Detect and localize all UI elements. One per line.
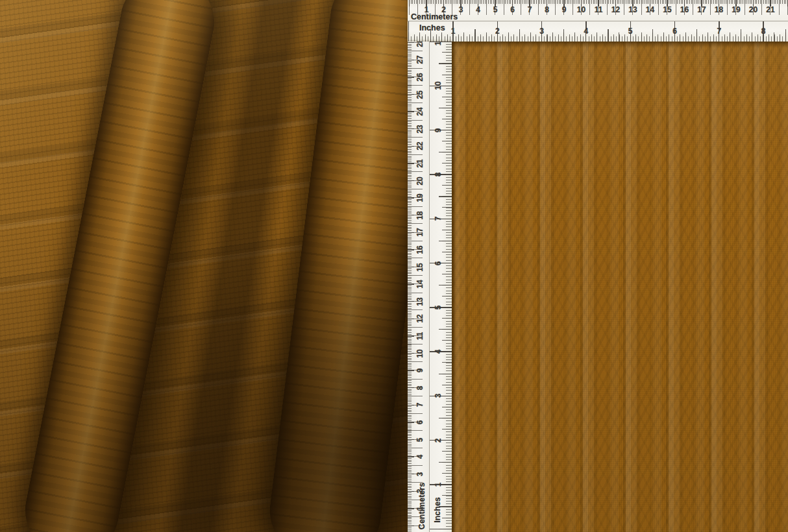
ruler-number: 5: [628, 27, 633, 36]
ruler-number: 19: [732, 5, 740, 14]
ruler-number: 2: [415, 489, 425, 494]
draped-fabric-photo: [0, 0, 408, 532]
ruler-number: 4: [584, 27, 589, 36]
ruler-number: 28: [415, 42, 425, 47]
ruler-number: 5: [434, 305, 443, 309]
inches-label-vertical: Inches: [433, 497, 442, 523]
ruler-number: 6: [672, 27, 677, 36]
ruler-number: 4: [476, 5, 480, 14]
centimeters-label: Centimeters: [411, 12, 458, 21]
ruler-number: 9: [434, 128, 443, 132]
ruler-number: 27: [415, 56, 425, 64]
ruler-number: 13: [415, 297, 425, 306]
ruler-number: 8: [434, 173, 443, 177]
ruler-number: 8: [761, 27, 766, 36]
ruler-number: 8: [545, 5, 549, 14]
ruler-number: 26: [415, 73, 425, 81]
ruler-number: 1: [425, 5, 429, 14]
ruler-number: 12: [611, 5, 620, 14]
ruler-number: 6: [434, 261, 443, 265]
ruler-number: 5: [415, 437, 425, 442]
ruler-number: 23: [415, 125, 425, 133]
ruler-number: 1: [434, 483, 443, 487]
ruler-number: 3: [459, 5, 463, 14]
ruler-number: 24: [415, 108, 425, 116]
ruler-number: 1: [451, 27, 456, 36]
horizontal-inch-scale: Inches 12345678: [408, 21, 788, 42]
ruler-number: 9: [562, 5, 567, 14]
vertical-ruler: Centimeters 2827262524232221201918171615…: [408, 42, 452, 532]
vertical-inch-scale: Inches 1110987654321: [430, 42, 452, 532]
ruler-number: 16: [680, 5, 689, 14]
ruler-number: 7: [717, 27, 721, 36]
ruler-number: 5: [493, 5, 498, 14]
ruler-number: 17: [697, 5, 706, 14]
ruler-number: 10: [415, 349, 425, 357]
horizontal-ruler: Centimeters 1234567891011121314151617181…: [408, 0, 788, 42]
ruler-number: 19: [415, 194, 425, 202]
ruler-number: 9: [415, 369, 425, 373]
ruler-number: 25: [415, 90, 425, 99]
horizontal-cm-scale: Centimeters 1234567891011121314151617181…: [408, 0, 788, 21]
flat-fabric-with-rulers: Centimeters 1234567891011121314151617181…: [408, 0, 788, 532]
vertical-cm-scale: Centimeters 2827262524232221201918171615…: [408, 42, 430, 532]
ruler-number: 2: [434, 438, 443, 442]
ruler-number: 10: [577, 5, 585, 14]
ruler-number: 16: [415, 245, 425, 254]
ruler-number: 22: [415, 142, 425, 151]
ruler-number: 15: [663, 5, 671, 14]
ruler-number: 12: [415, 315, 425, 323]
ruler-number: 3: [539, 27, 544, 36]
ruler-number: 6: [415, 420, 425, 425]
ruler-number: 11: [434, 42, 443, 45]
ruler-number: 8: [415, 385, 425, 390]
ruler-number: 7: [415, 403, 425, 407]
ruler-number: 4: [415, 455, 425, 459]
ruler-number: 14: [646, 5, 654, 14]
ruler-number: 15: [415, 263, 425, 271]
ruler-number: 20: [749, 5, 757, 14]
ruler-number: 21: [766, 5, 774, 14]
ruler-number: 7: [434, 217, 443, 221]
ruler-number: 14: [415, 280, 425, 289]
ruler-number: 3: [415, 472, 425, 476]
ruler-number: 17: [415, 228, 425, 237]
ruler-number: 20: [415, 176, 425, 185]
ruler-number: 11: [595, 5, 603, 14]
ruler-number: 4: [434, 350, 443, 354]
flat-fabric-swatch: [452, 42, 788, 532]
ruler-number: 10: [434, 82, 443, 90]
ruler-number: 11: [415, 332, 425, 341]
ruler-number: 2: [441, 5, 446, 14]
ruler-number: 18: [415, 211, 425, 219]
inches-label: Inches: [419, 23, 445, 32]
ruler-number: 2: [495, 27, 500, 36]
ruler-number: 13: [628, 5, 637, 14]
ruler-number: 6: [510, 5, 515, 14]
ruler-number: 18: [715, 5, 723, 14]
fabric-product-photo: Centimeters 1234567891011121314151617181…: [0, 0, 788, 532]
ruler-number: 7: [528, 5, 532, 14]
ruler-number: 3: [434, 394, 443, 398]
ruler-number: 1: [415, 507, 425, 511]
ruler-number: 21: [415, 159, 425, 167]
